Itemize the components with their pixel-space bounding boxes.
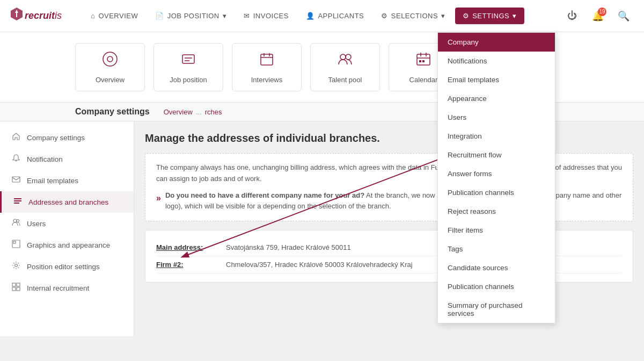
nav-right: ⏻ 🔔 19 🔍 bbox=[562, 6, 633, 26]
sidebar-internal-recruitment[interactable]: Internal recruitment bbox=[0, 277, 134, 299]
firm-label: Firm #2: bbox=[156, 261, 221, 269]
dropdown-company[interactable]: Company bbox=[438, 33, 555, 52]
search-icon: 🔍 bbox=[618, 10, 630, 22]
app-container: recruitis ⌂ OVERVIEW 📄 JOB POSITION ▾ ✉ … bbox=[0, 0, 644, 361]
interview-tile-icon bbox=[258, 50, 275, 71]
tile-interviews[interactable]: Interviews bbox=[232, 43, 302, 91]
sidebar-company-settings[interactable]: Company settings bbox=[0, 127, 134, 148]
breadcrumb-separator: ... bbox=[196, 108, 202, 116]
dropdown-tags[interactable]: Tags bbox=[438, 240, 555, 258]
settings-icon: ⚙ bbox=[463, 12, 470, 20]
sidebar-position-editor[interactable]: Position editor settings bbox=[0, 256, 134, 277]
position-sidebar-icon bbox=[11, 261, 21, 272]
dropdown-recruitment-flow[interactable]: Recruitment flow bbox=[438, 146, 555, 164]
highlight-question: Do you need to have a different company … bbox=[165, 191, 364, 199]
nav-invoices[interactable]: ✉ INVOICES bbox=[236, 8, 296, 24]
main-address-value: Svatojánská 759, Hradec Králové 50011 bbox=[226, 243, 351, 251]
sidebar-notification[interactable]: Notification bbox=[0, 148, 134, 170]
nav-items: ⌂ OVERVIEW 📄 JOB POSITION ▾ ✉ INVOICES 👤… bbox=[83, 8, 562, 24]
notifications-button[interactable]: 🔔 19 bbox=[588, 6, 608, 26]
nav-job-position[interactable]: 📄 JOB POSITION ▾ bbox=[148, 8, 234, 24]
settings-dropdown: Company Notifications Email templates Ap… bbox=[437, 32, 555, 323]
search-button[interactable]: 🔍 bbox=[614, 6, 633, 26]
svg-rect-12 bbox=[417, 54, 430, 65]
dropdown-summary[interactable]: Summary of purchased services bbox=[438, 296, 555, 323]
nav-settings[interactable]: ⚙ SETTINGS ▾ bbox=[455, 8, 524, 24]
graphics-sidebar-icon bbox=[11, 240, 21, 250]
svg-rect-20 bbox=[14, 200, 21, 201]
users-sidebar-icon bbox=[11, 218, 21, 229]
svg-rect-19 bbox=[14, 198, 21, 199]
svg-rect-0 bbox=[16, 13, 17, 17]
logo-icon bbox=[11, 8, 23, 25]
logo-text: recruitis bbox=[25, 10, 62, 21]
bell-sidebar-icon bbox=[11, 154, 21, 164]
dropdown-answer-forms[interactable]: Answer forms bbox=[438, 164, 555, 183]
svg-rect-6 bbox=[261, 54, 273, 65]
nav-applicants[interactable]: 👤 APPLICANTS bbox=[298, 8, 371, 24]
svg-point-1 bbox=[103, 52, 117, 66]
section-title: Manage the addresses of individual branc… bbox=[145, 132, 633, 145]
svg-rect-3 bbox=[182, 55, 194, 63]
firm-address-value: Chmelova/357, Hradec Králové 50003 Králo… bbox=[226, 261, 413, 269]
sidebar-addresses-branches[interactable]: Addresses and branches bbox=[0, 191, 134, 213]
caret-icon: ▾ bbox=[223, 12, 227, 20]
dropdown-filter-items[interactable]: Filter items bbox=[438, 221, 555, 240]
sidebar-email-templates[interactable]: Email templates bbox=[0, 170, 134, 191]
nav-overview[interactable]: ⌂ OVERVIEW bbox=[83, 8, 145, 24]
sidebar-users[interactable]: Users bbox=[0, 213, 134, 234]
logo[interactable]: recruitis bbox=[11, 8, 62, 25]
internal-sidebar-icon bbox=[11, 283, 21, 293]
svg-point-11 bbox=[346, 54, 351, 60]
email-sidebar-icon bbox=[11, 175, 21, 186]
breadcrumb-current: rches bbox=[205, 108, 222, 116]
dropdown-notifications[interactable]: Notifications bbox=[438, 52, 555, 70]
tile-job-position[interactable]: Job position bbox=[153, 43, 223, 91]
svg-point-2 bbox=[107, 56, 113, 62]
svg-point-10 bbox=[340, 54, 346, 60]
svg-rect-18 bbox=[12, 177, 20, 182]
tile-talent-pool[interactable]: Talent pool bbox=[310, 43, 380, 91]
breadcrumb-overview-link[interactable]: Overview bbox=[164, 108, 193, 116]
nav-selections[interactable]: ⚙ SELECTIONS ▾ bbox=[374, 8, 452, 24]
content-area: Manage the addresses of individual branc… bbox=[134, 121, 644, 336]
tile-overview[interactable]: Overview bbox=[75, 43, 145, 91]
selection-icon: ⚙ bbox=[381, 12, 388, 20]
svg-rect-16 bbox=[419, 60, 421, 62]
caret-icon: ▾ bbox=[441, 12, 445, 20]
dropdown-publication-channels[interactable]: Publication channels bbox=[438, 183, 555, 202]
talent-tile-icon bbox=[336, 50, 354, 71]
sidebar: Company settings Notification Email temp… bbox=[0, 121, 134, 336]
notification-badge: 19 bbox=[598, 8, 606, 16]
job-tile-icon bbox=[180, 50, 197, 71]
svg-rect-28 bbox=[17, 283, 20, 286]
sidebar-graphics-appearance[interactable]: Graphics and appearance bbox=[0, 234, 134, 256]
svg-rect-17 bbox=[422, 60, 425, 62]
info-box: The company always has one, unchanging b… bbox=[145, 153, 633, 221]
applicant-icon: 👤 bbox=[306, 12, 315, 20]
dropdown-users[interactable]: Users bbox=[438, 108, 555, 127]
svg-rect-27 bbox=[12, 283, 16, 286]
svg-rect-21 bbox=[14, 203, 19, 204]
top-nav: recruitis ⌂ OVERVIEW 📄 JOB POSITION ▾ ✉ … bbox=[0, 0, 644, 32]
power-button[interactable]: ⏻ bbox=[562, 6, 582, 26]
dropdown-appearance[interactable]: Appearance bbox=[438, 89, 555, 108]
branches-sidebar-icon bbox=[12, 197, 23, 207]
overview-tile-icon bbox=[101, 50, 119, 71]
dropdown-candidate-sources[interactable]: Candidate sources bbox=[438, 258, 555, 277]
job-icon: 📄 bbox=[155, 12, 164, 20]
address-section: Main address: Svatojánská 759, Hradec Kr… bbox=[145, 230, 633, 283]
dropdown-email-templates[interactable]: Email templates bbox=[438, 70, 555, 89]
svg-rect-29 bbox=[12, 287, 16, 291]
calendar-tile-icon bbox=[415, 50, 432, 71]
dropdown-publication-channels-2[interactable]: Publication channels bbox=[438, 277, 555, 296]
home-icon: ⌂ bbox=[91, 12, 95, 20]
power-icon: ⏻ bbox=[567, 10, 577, 21]
dropdown-integration[interactable]: Integration bbox=[438, 127, 555, 146]
caret-icon: ▾ bbox=[513, 12, 517, 20]
dropdown-reject-reasons[interactable]: Reject reasons bbox=[438, 202, 555, 221]
main-address-label: Main address: bbox=[156, 243, 221, 251]
home-sidebar-icon bbox=[11, 132, 21, 143]
svg-point-26 bbox=[15, 264, 18, 267]
invoice-icon: ✉ bbox=[244, 12, 250, 20]
